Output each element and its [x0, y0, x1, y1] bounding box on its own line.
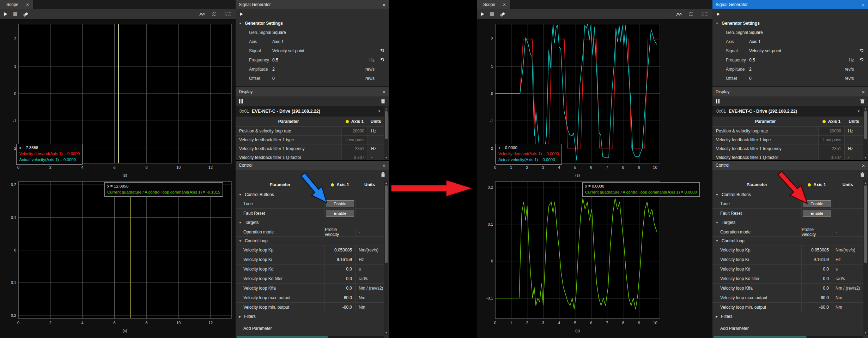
chevron-down-icon[interactable]: ▼ [716, 239, 718, 243]
scroll-down-icon[interactable]: ▼ [384, 155, 388, 160]
setting-value[interactable]: Square [272, 30, 286, 35]
tab-scope[interactable]: Scope × [0, 0, 33, 9]
stacked-plot-view-icon[interactable] [688, 12, 695, 17]
param-value[interactable]: 9.16159 [801, 255, 832, 264]
scroll-up-icon[interactable]: ▲ [384, 180, 388, 185]
chevron-down-icon[interactable]: ▼ [716, 193, 718, 196]
param-value[interactable]: Profile velocity [324, 227, 356, 237]
scrollbar-thumb[interactable] [385, 111, 388, 139]
scope-plot-current[interactable]: 0246810120.20.10-0.1-0.2(s)x = 12.8956Cu… [5, 179, 233, 338]
close-icon[interactable]: × [503, 2, 506, 7]
trash-icon[interactable] [381, 99, 385, 103]
table-section-targets[interactable]: ▼Targets [236, 218, 389, 227]
single-plot-view-icon[interactable] [199, 12, 205, 17]
horizontal-scrollbar[interactable] [712, 336, 863, 338]
display-scrollbar[interactable]: ▲ ▼ [384, 106, 388, 160]
param-value[interactable]: 9.16159 [324, 255, 356, 264]
param-value[interactable]: Profile velocity [801, 227, 832, 237]
close-icon[interactable]: × [382, 89, 386, 95]
tab-scope[interactable]: Scope × [477, 0, 510, 9]
grid-plot-view-icon[interactable] [224, 12, 231, 17]
chevron-down-icon[interactable]: ▼ [239, 239, 242, 243]
add-parameter-button[interactable]: Add Parameter [712, 323, 868, 334]
setting-value[interactable]: 2 [749, 67, 752, 72]
setting-value[interactable]: 0 [272, 76, 275, 81]
param-value[interactable]: 60.0 [324, 293, 356, 302]
play-icon[interactable] [480, 12, 485, 16]
setting-value[interactable]: Velocity set-point [272, 48, 304, 53]
close-icon[interactable]: × [26, 2, 29, 7]
scroll-down-icon[interactable]: ▼ [863, 331, 868, 335]
play-icon[interactable] [716, 12, 720, 16]
trash-icon[interactable] [860, 99, 864, 103]
stacked-plot-view-icon[interactable] [212, 12, 218, 17]
setting-value[interactable]: Square [749, 30, 763, 35]
generator-settings-section[interactable]: ▼ Generator Settings [712, 19, 868, 28]
pause-icon[interactable] [716, 99, 720, 103]
scroll-up-icon[interactable]: ▲ [384, 106, 388, 111]
scrollbar-thumb[interactable] [236, 336, 328, 338]
display-scrollbar[interactable]: ▲ ▼ [863, 106, 868, 160]
param-value[interactable]: 0.0 [801, 284, 832, 293]
right-scope-current-plot[interactable]: 0123456789100.20.10-0.1(s) [482, 179, 710, 337]
revert-icon[interactable] [380, 48, 384, 53]
chevron-down-icon[interactable]: ▼ [716, 221, 718, 224]
revert-icon[interactable] [859, 58, 864, 63]
setting-value[interactable]: 0.5 [749, 58, 755, 63]
horizontal-scrollbar[interactable] [236, 336, 384, 338]
play-icon[interactable] [4, 12, 8, 16]
device-selector[interactable]: 0x01 EVE-NET-C - Drive (192.168.2.22) ▼ [236, 106, 389, 117]
scroll-down-icon[interactable]: ▼ [863, 155, 868, 160]
fault-reset-enable-button[interactable]: Enable [326, 210, 354, 217]
close-icon[interactable]: × [382, 163, 386, 168]
close-icon[interactable]: × [382, 2, 386, 7]
param-value[interactable]: 0.0 [324, 284, 356, 293]
close-icon[interactable]: × [862, 2, 865, 7]
pause-icon[interactable] [239, 99, 243, 103]
control-scrollbar[interactable]: ▲ ▼ [863, 180, 868, 335]
param-value[interactable]: 0.0 [801, 274, 832, 283]
left-scope-current-plot[interactable]: 0246810120.20.10-0.1-0.2(s) [5, 179, 233, 337]
param-value[interactable]: 0.053085 [801, 245, 832, 255]
param-value[interactable]: 0.0 [324, 274, 356, 283]
trash-icon[interactable] [860, 172, 864, 177]
param-value[interactable]: 0.0 [801, 265, 832, 274]
param-value[interactable]: -60.0 [324, 303, 356, 312]
chevron-down-icon[interactable]: ▼ [239, 221, 242, 224]
close-icon[interactable]: × [862, 89, 865, 95]
close-icon[interactable]: × [862, 163, 865, 168]
chevron-right-icon[interactable]: ▶ [716, 315, 718, 318]
table-section-control-loop[interactable]: ▼Control loop [236, 237, 389, 245]
tune-enable-button[interactable]: Enable [326, 200, 354, 207]
table-section-control-loop[interactable]: ▼Control loop [712, 237, 868, 245]
generator-settings-section[interactable]: ▼ Generator Settings [236, 19, 389, 28]
param-value[interactable]: 0.053085 [324, 245, 356, 255]
param-value[interactable]: -60.0 [801, 303, 832, 312]
setting-value[interactable]: Axis 1 [749, 39, 761, 44]
single-plot-view-icon[interactable] [676, 12, 682, 17]
scroll-up-icon[interactable]: ▲ [863, 106, 868, 111]
eraser-icon[interactable] [23, 12, 28, 17]
scrollbar-thumb[interactable] [864, 111, 867, 139]
play-icon[interactable] [239, 12, 243, 16]
table-section-filters[interactable]: ▶Filters [236, 312, 389, 321]
scrollbar-thumb[interactable] [713, 336, 807, 338]
table-section-targets[interactable]: ▼Targets [712, 218, 868, 227]
param-value[interactable]: 0.0 [324, 265, 356, 274]
scrollbar-thumb[interactable] [864, 185, 867, 263]
stop-icon[interactable] [490, 12, 494, 16]
scroll-down-icon[interactable]: ▼ [384, 331, 388, 335]
revert-icon[interactable] [380, 58, 384, 63]
device-selector[interactable]: 0x01 EVE-NET-C - Drive (192.168.2.22) ▼ [712, 106, 868, 117]
trash-icon[interactable] [381, 172, 385, 177]
control-scrollbar[interactable]: ▲ ▼ [384, 180, 388, 335]
eraser-icon[interactable] [500, 12, 505, 17]
fault-reset-enable-button[interactable]: Enable [803, 210, 831, 217]
add-parameter-button[interactable]: Add Parameter [236, 323, 389, 334]
chevron-down-icon[interactable]: ▼ [239, 193, 242, 196]
stop-icon[interactable] [13, 12, 17, 16]
grid-plot-view-icon[interactable] [701, 12, 708, 17]
table-section-filters[interactable]: ▶Filters [712, 312, 868, 321]
setting-value[interactable]: 0.5 [272, 58, 278, 63]
scope-plot-velocity[interactable]: 024681012210-1-2(s)x = 7.3558Velocity de… [5, 20, 233, 179]
